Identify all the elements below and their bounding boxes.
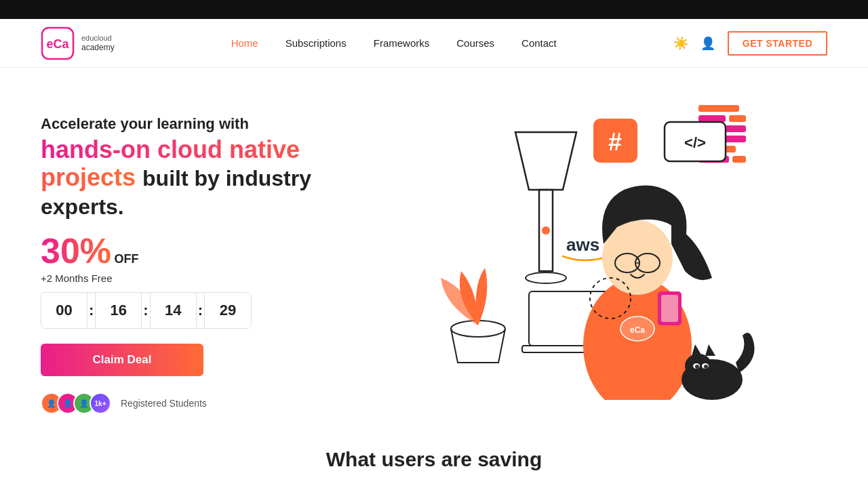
svg-text:eCa: eCa xyxy=(630,325,645,335)
svg-rect-10 xyxy=(732,156,746,163)
nav-right: ☀️ 👤 GET STARTED xyxy=(673,31,827,56)
countdown-hours: 00 xyxy=(41,293,87,328)
svg-text:aws: aws xyxy=(566,235,599,255)
countdown-sep-2: : xyxy=(142,293,150,328)
navbar: eCa educloud academy Home Subscriptions … xyxy=(0,19,868,68)
svg-marker-35 xyxy=(705,344,715,356)
discount-amount: 30% xyxy=(41,231,111,270)
nav-item-frameworks[interactable]: Frameworks xyxy=(374,37,430,49)
get-started-button[interactable]: GET STARTED xyxy=(728,31,827,56)
months-free: +2 Months Free xyxy=(41,272,366,284)
svg-rect-31 xyxy=(661,295,678,322)
countdown-minutes: 16 xyxy=(96,293,142,328)
svg-text:</>: </> xyxy=(684,134,706,151)
section-title-what-users: What users are saving xyxy=(0,428,868,478)
svg-point-38 xyxy=(695,365,699,369)
svg-point-39 xyxy=(704,365,708,369)
discount-block: 30% OFF xyxy=(41,233,366,268)
hero-title: hands-on cloud native projects built by … xyxy=(41,136,366,220)
theme-toggle-icon[interactable]: ☀️ xyxy=(673,36,688,51)
avatar-count: 1k+ xyxy=(90,392,111,414)
svg-marker-15 xyxy=(515,132,576,190)
nav-links: Home Subscriptions Frameworks Courses Co… xyxy=(231,37,557,49)
nav-item-courses[interactable]: Courses xyxy=(456,37,494,49)
svg-point-18 xyxy=(542,226,550,235)
logo-text: educloud academy xyxy=(81,33,115,54)
svg-text:eCa: eCa xyxy=(46,37,69,51)
nav-item-subscriptions[interactable]: Subscriptions xyxy=(285,37,347,49)
students-row: 👤 👤 👤 1k+ Registered Students xyxy=(41,392,366,414)
claim-deal-button[interactable]: Claim Deal xyxy=(41,344,203,376)
svg-marker-34 xyxy=(692,344,702,356)
student-avatars: 👤 👤 👤 1k+ xyxy=(41,392,111,414)
hero-content: Accelerate your learning with hands-on c… xyxy=(41,95,366,414)
svg-rect-3 xyxy=(698,115,726,122)
logo-icon: eCa xyxy=(41,26,75,60)
countdown-seconds: 14 xyxy=(151,293,197,328)
students-label: Registered Students xyxy=(121,398,207,409)
illustration-svg: # </> aws xyxy=(366,95,807,400)
top-bar xyxy=(0,0,868,19)
nav-item-home[interactable]: Home xyxy=(231,37,258,49)
svg-point-17 xyxy=(526,272,566,283)
user-icon[interactable]: 👤 xyxy=(701,36,715,51)
hero-section: Accelerate your learning with hands-on c… xyxy=(0,68,868,428)
nav-item-contact[interactable]: Contact xyxy=(521,37,557,49)
countdown-sep-1: : xyxy=(87,293,96,328)
hero-subtitle: Accelerate your learning with xyxy=(41,115,366,133)
hero-illustration: # </> aws xyxy=(366,95,827,400)
countdown-sep-3: : xyxy=(197,293,205,328)
countdown-ms: 29 xyxy=(205,293,251,328)
svg-rect-4 xyxy=(729,115,746,122)
logo[interactable]: eCa educloud academy xyxy=(41,26,115,60)
discount-off: OFF xyxy=(115,252,139,266)
svg-rect-2 xyxy=(698,105,739,112)
countdown-timer: 00 : 16 : 14 : 29 xyxy=(41,292,252,329)
svg-text:#: # xyxy=(608,128,622,156)
